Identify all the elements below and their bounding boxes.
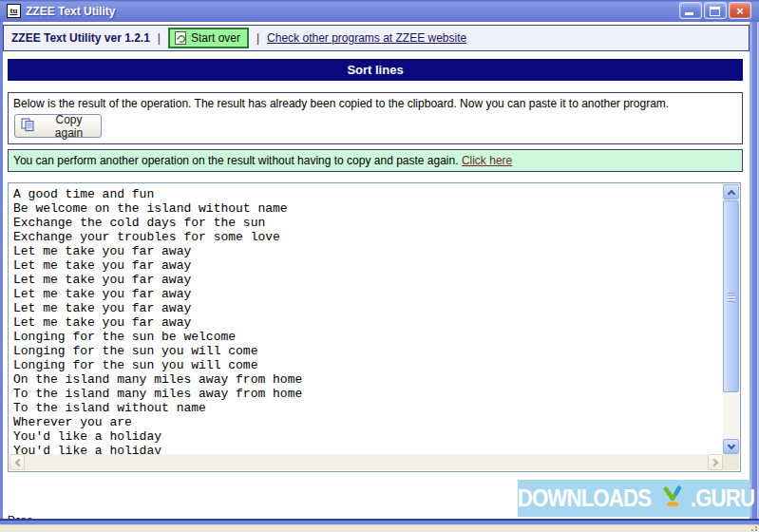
close-icon: × — [730, 3, 750, 18]
horizontal-scrollbar[interactable] — [9, 454, 723, 470]
status-bar — [0, 524, 759, 532]
scroll-down-button[interactable] — [723, 439, 739, 454]
scroll-left-button[interactable] — [9, 454, 25, 470]
scroll-up-button[interactable] — [723, 184, 739, 200]
zzee-website-link[interactable]: Check other programs at ZZEE website — [267, 31, 466, 45]
chevron-down-icon — [728, 442, 735, 449]
toolbar: ZZEE Text Utility ver 1.2.1 | Start over… — [3, 25, 750, 51]
vertical-scroll-thumb[interactable] — [723, 200, 739, 392]
chevron-left-icon — [15, 459, 23, 466]
thumb-grip-icon — [728, 293, 735, 294]
result-line: Longing for the sun you will come — [13, 344, 723, 358]
result-line: Let me take you far away — [13, 258, 723, 273]
result-line: Longing for the sun be welcome — [13, 330, 723, 344]
window-border-right — [750, 22, 759, 519]
start-over-label: Start over — [191, 31, 240, 45]
window-title: ZZEE Text Utility — [26, 5, 115, 18]
close-button[interactable]: × — [729, 2, 751, 19]
start-over-button[interactable]: Start over — [168, 28, 249, 48]
chevron-up-icon — [728, 190, 735, 198]
result-line: Be welcome on the island without name — [13, 201, 723, 216]
download-arrow-icon — [661, 484, 685, 513]
info-message: You can perform another operation on the… — [13, 154, 462, 167]
application-window: tu ZZEE Text Utility × ZZEE Text Utility… — [0, 0, 759, 532]
result-line: Let me take you far away — [13, 244, 723, 258]
maximize-icon — [710, 7, 720, 16]
result-line: To the island many miles away from home — [13, 387, 723, 401]
result-panel: Below is the result of the operation. Th… — [8, 92, 743, 144]
result-message: Below is the result of the operation. Th… — [9, 93, 742, 110]
copy-icon — [21, 118, 35, 135]
result-line: You'd like a holiday — [13, 429, 723, 444]
result-line: To the island without name — [13, 401, 723, 415]
app-icon: tu — [7, 4, 21, 18]
watermark-suffix: .GURU — [691, 484, 754, 513]
result-line: Exchange the cold days for the sun — [13, 216, 723, 230]
result-line: You'd like a holiday — [13, 444, 723, 454]
result-line: Let me take you far away — [13, 273, 723, 287]
info-bar: You can perform another operation on the… — [8, 149, 743, 172]
scrollbar-corner — [723, 454, 739, 470]
vertical-scrollbar[interactable] — [723, 184, 739, 454]
result-line: Longing for the sun you will come — [13, 358, 723, 372]
result-line: On the island many miles away from home — [13, 372, 723, 387]
toolbar-separator: | — [158, 31, 161, 45]
click-here-link[interactable]: Click here — [462, 154, 512, 167]
result-textarea[interactable]: A good time and funBe welcome on the isl… — [8, 182, 741, 472]
toolbar-separator: | — [256, 31, 259, 45]
resize-grip-icon[interactable] — [746, 526, 757, 532]
maximize-button[interactable] — [704, 2, 727, 19]
result-line: Let me take you far away — [13, 315, 723, 330]
downloads-guru-watermark: DOWNLOADS .GURU — [518, 480, 750, 517]
app-version-label: ZZEE Text Utility ver 1.2.1 — [11, 31, 150, 45]
scroll-right-button[interactable] — [708, 454, 723, 470]
title-bar[interactable]: tu ZZEE Text Utility × — [0, 0, 759, 22]
minimize-icon — [685, 12, 693, 15]
watermark-prefix: DOWNLOADS — [518, 484, 652, 513]
result-line: Let me take you far away — [13, 301, 723, 315]
result-line: Wherever you are — [13, 415, 723, 429]
operation-title-banner: Sort lines — [8, 59, 743, 81]
result-line: Exchange your troubles for some love — [13, 230, 723, 244]
copy-again-button[interactable]: Copy again — [14, 114, 102, 138]
window-border-left — [0, 22, 3, 519]
restart-page-icon — [175, 31, 186, 45]
chevron-right-icon — [711, 459, 718, 466]
result-text[interactable]: A good time and funBe welcome on the isl… — [9, 184, 723, 454]
copy-again-label: Copy again — [43, 113, 95, 140]
result-line: A good time and fun — [13, 187, 723, 201]
result-line: Let me take you far away — [13, 287, 723, 301]
minimize-button[interactable] — [679, 2, 702, 19]
